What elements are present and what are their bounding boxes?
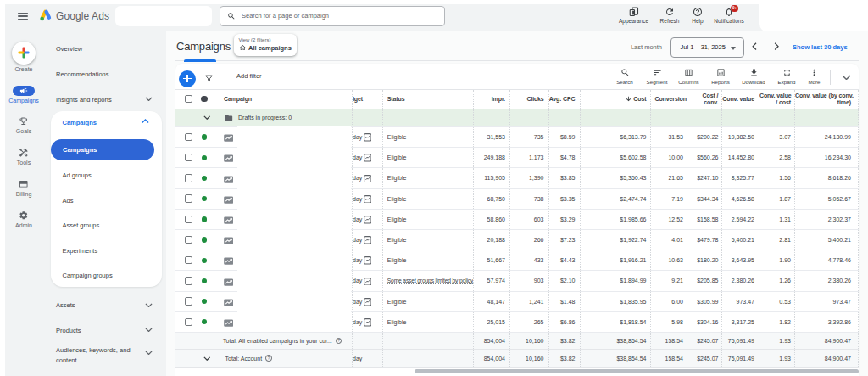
- chevron-down-icon[interactable]: [203, 115, 211, 120]
- more-button[interactable]: More: [796, 68, 833, 85]
- rail-item-tools[interactable]: Tools: [5, 147, 42, 166]
- chevron-down-icon[interactable]: [145, 351, 153, 355]
- date-range-select[interactable]: Jul 1 – 31, 2025: [670, 37, 745, 59]
- status-value[interactable]: Eligible: [387, 257, 407, 263]
- next-period-button[interactable]: [774, 42, 779, 50]
- nav-item-assets[interactable]: Assets: [56, 301, 75, 309]
- row-checkbox[interactable]: [185, 277, 192, 284]
- col-header-impr[interactable]: Impr.: [473, 90, 509, 109]
- status-value[interactable]: Eligible: [387, 216, 407, 222]
- status-value[interactable]: Some asset groups limited by policy: [387, 278, 473, 285]
- status-value[interactable]: Eligible: [387, 196, 407, 202]
- row-checkbox[interactable]: [185, 318, 192, 326]
- conv-value-value: 19,382.50: [721, 127, 759, 147]
- nav-item-recommendations[interactable]: Recommendations: [56, 70, 109, 78]
- global-search-input[interactable]: Search for a page or campaign: [220, 6, 445, 27]
- col-header-conv-value[interactable]: Conv. value: [721, 90, 759, 109]
- cost-value: $1,922.74: [580, 230, 651, 250]
- help-circle-icon[interactable]: ?: [265, 355, 272, 362]
- menu-icon[interactable]: [18, 13, 28, 20]
- col-header-status[interactable]: Status: [382, 90, 473, 109]
- status-value[interactable]: Eligible: [387, 154, 407, 160]
- campaign-chart-icon: [224, 257, 233, 265]
- nav-item-ad-groups[interactable]: Ad groups: [63, 171, 92, 179]
- chevron-down-icon[interactable]: [145, 97, 153, 101]
- status-value[interactable]: Eligible: [387, 237, 407, 243]
- add-filter-button[interactable]: Add filter: [236, 64, 262, 90]
- row-checkbox[interactable]: [185, 154, 192, 161]
- row-checkbox[interactable]: [185, 216, 192, 223]
- date-range-value: Jul 1 – 31, 2025: [681, 43, 726, 51]
- view-filter-chip[interactable]: View (2 filters) All campaigns: [234, 34, 297, 56]
- help-circle-icon[interactable]: ?: [336, 338, 342, 345]
- clicks-value: 738: [509, 189, 548, 209]
- nav-item-experiments[interactable]: Experiments: [63, 247, 98, 255]
- nav-item-ads[interactable]: Ads: [63, 197, 74, 205]
- budget-report-icon[interactable]: [364, 298, 372, 306]
- row-checkbox[interactable]: [185, 194, 192, 202]
- budget-report-icon[interactable]: [364, 318, 372, 327]
- rail-item-admin[interactable]: Admin: [5, 210, 42, 228]
- col-header-budget[interactable]: Budget: [352, 90, 383, 109]
- col-header-cost-per-conv[interactable]: Cost /conv.: [687, 90, 721, 109]
- cost-value: $1,916.21: [580, 250, 651, 270]
- chevron-down-icon[interactable]: [145, 328, 153, 332]
- nav-item-overview[interactable]: Overview: [56, 45, 82, 53]
- conv-value-time-value: 4,778.46: [794, 250, 859, 270]
- nav-item-audiences[interactable]: Audiences, keywords, andcontent: [56, 345, 131, 366]
- nav-item-campaign-groups[interactable]: Campaign groups: [63, 272, 113, 279]
- budget-report-icon[interactable]: [364, 236, 372, 244]
- collapse-toolbar-chevron[interactable]: [842, 75, 851, 80]
- show-last-30-days-link[interactable]: Show last 30 days: [793, 43, 848, 51]
- nav-item-insights[interactable]: Insights and reports: [56, 96, 112, 104]
- rail-item-billing[interactable]: Billing: [5, 178, 42, 197]
- col-header-avg-cpc[interactable]: Avg. CPC: [548, 90, 580, 109]
- status-dot-header[interactable]: [201, 96, 207, 102]
- nav-item-asset-groups[interactable]: Asset groups: [63, 222, 100, 229]
- status-value[interactable]: Eligible: [387, 175, 407, 181]
- col-header-campaign[interactable]: Campaign: [212, 90, 352, 109]
- status-value[interactable]: Eligible: [387, 134, 407, 140]
- add-campaign-button[interactable]: [179, 70, 196, 87]
- rail-item-goals[interactable]: Goals: [5, 115, 42, 134]
- rail-item-campaigns[interactable]: Campaigns: [5, 86, 42, 104]
- select-all-checkbox[interactable]: [185, 95, 192, 103]
- chevron-up-icon[interactable]: [142, 119, 149, 123]
- budget-report-icon[interactable]: [364, 195, 372, 204]
- row-checkbox[interactable]: [185, 174, 192, 182]
- drafts-row[interactable]: Drafts in progress: 0: [175, 109, 859, 128]
- previous-period-button[interactable]: [752, 42, 757, 50]
- horizontal-scrollbar-thumb[interactable]: [415, 369, 859, 373]
- chevron-down-icon[interactable]: [203, 356, 211, 361]
- status-value[interactable]: Eligible: [387, 319, 407, 325]
- notifications-button[interactable]: 9+ Notifications: [707, 6, 751, 30]
- budget-report-icon[interactable]: [364, 154, 372, 162]
- sort-descending-icon: [626, 96, 632, 102]
- nav-section-campaigns[interactable]: Campaigns: [63, 119, 97, 126]
- google-ads-logo-icon[interactable]: [38, 8, 53, 23]
- row-checkbox[interactable]: [185, 256, 192, 264]
- reports-button[interactable]: Reports: [702, 68, 739, 85]
- budget-report-icon[interactable]: [364, 278, 372, 286]
- status-enabled-dot: [202, 196, 207, 201]
- download-button[interactable]: Download: [735, 68, 772, 85]
- create-button[interactable]: [12, 42, 36, 65]
- row-checkbox[interactable]: [185, 236, 192, 244]
- budget-report-icon[interactable]: [364, 133, 372, 142]
- col-header-cost[interactable]: Cost: [580, 90, 651, 109]
- chevron-down-icon[interactable]: [145, 303, 153, 307]
- col-header-conversions[interactable]: Conversions: [650, 90, 687, 109]
- budget-report-icon[interactable]: [364, 175, 372, 183]
- status-value[interactable]: Eligible: [387, 299, 407, 305]
- col-header-clicks[interactable]: Clicks: [509, 90, 548, 109]
- rail-item-create[interactable]: Create: [5, 42, 42, 73]
- filter-funnel-icon[interactable]: [204, 74, 214, 83]
- budget-report-icon[interactable]: [364, 256, 372, 265]
- col-header-conv-value-per-cost[interactable]: Conv. value/ cost: [759, 90, 794, 109]
- nav-item-campaigns-active[interactable]: Campaigns: [51, 139, 155, 161]
- row-checkbox[interactable]: [185, 297, 192, 305]
- budget-report-icon[interactable]: [364, 216, 372, 224]
- row-checkbox[interactable]: [185, 133, 192, 141]
- col-header-conv-value-time[interactable]: Conv. value (by conv.time): [794, 90, 859, 109]
- nav-item-products[interactable]: Products: [56, 327, 81, 334]
